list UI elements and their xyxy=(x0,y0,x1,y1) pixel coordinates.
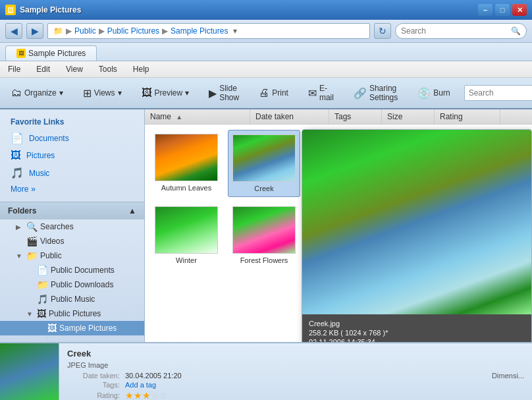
slideshow-button[interactable]: ▶ Slide Show xyxy=(203,80,245,105)
sidebar-link-pictures[interactable]: 🖼 Pictures xyxy=(0,147,144,164)
views-arrow: ▾ xyxy=(118,88,122,98)
preview-popup: Creek.jpg 258.2 KB ( 1024 x 768 )* 02.11… xyxy=(302,129,532,342)
preview-icon: 🖼 xyxy=(142,87,152,99)
views-icon: ⊞ xyxy=(83,87,92,100)
menu-file[interactable]: File xyxy=(5,63,23,75)
forward-button[interactable]: ▶ xyxy=(26,23,43,39)
folders-header[interactable]: Folders ▲ xyxy=(0,202,144,219)
tree-item-public-downloads[interactable]: 📁 Public Downloads xyxy=(0,277,144,292)
tree-item-public-music[interactable]: 🎵 Public Music xyxy=(0,292,144,306)
refresh-button[interactable]: ↻ xyxy=(374,23,391,39)
email-icon: ✉ xyxy=(308,87,317,100)
email-button[interactable]: ✉ E-mail xyxy=(302,80,340,105)
maximize-button[interactable]: □ xyxy=(495,4,510,16)
tree-label-sample-pictures: Sample Pictures xyxy=(59,324,117,333)
preview-size: 258.2 KB ( 1024 x 768 )* xyxy=(309,329,525,337)
column-size[interactable]: Size xyxy=(382,109,435,124)
sidebar-link-music-label: Music xyxy=(29,169,49,178)
sharing-button[interactable]: 🔗 Sharing Settings xyxy=(348,80,404,105)
thumb-forest-flowers xyxy=(232,206,296,254)
sidebar-link-music[interactable]: 🎵 Music xyxy=(0,164,144,182)
sample-pics-icon: 🖼 xyxy=(47,323,57,333)
file-item-autumn-leaves[interactable]: Autumn Leaves xyxy=(150,130,223,197)
tree-item-public[interactable]: ▼ 📁 Public xyxy=(0,248,144,263)
menu-view[interactable]: View xyxy=(63,63,86,75)
tree-item-searches[interactable]: ▶ 🔍 Searches xyxy=(0,219,144,234)
sidebar-more-link[interactable]: More » xyxy=(0,182,144,196)
menu-help[interactable]: Help xyxy=(130,63,152,75)
public-icon: 📁 xyxy=(26,250,38,261)
tree-label-public-documents: Public Documents xyxy=(51,266,115,275)
star-5[interactable]: ☆ xyxy=(159,390,168,400)
tree-item-public-documents[interactable]: 📄 Public Documents xyxy=(0,263,144,277)
sidebar-link-documents[interactable]: 📄 Documents xyxy=(0,129,144,147)
column-tags[interactable]: Tags xyxy=(329,109,382,124)
star-1[interactable]: ★ xyxy=(125,390,134,400)
file-item-creek[interactable]: Creek xyxy=(228,130,300,197)
address-search-input[interactable] xyxy=(401,26,511,36)
info-type: JPEG Image xyxy=(67,361,524,369)
title-bar: 🖼 Sample Pictures – □ ✕ xyxy=(0,0,532,20)
videos-icon: 🎬 xyxy=(26,236,38,246)
tags-label: Tags: xyxy=(67,381,120,389)
tree-item-videos[interactable]: 🎬 Videos xyxy=(0,234,144,248)
tree-item-sample-pictures[interactable]: 🖼 Sample Pictures xyxy=(0,321,144,335)
address-bar: ◀ ▶ 📁 ▶ Public ▶ Public Pictures ▶ Sampl… xyxy=(0,20,532,43)
favorite-links-title: Favorite Links xyxy=(0,115,144,129)
file-label-autumn-leaves: Autumn Leaves xyxy=(161,184,211,192)
tags-value[interactable]: Add a tag xyxy=(125,381,156,389)
toolbar: 🗂 Organize ▾ ⊞ Views ▾ 🖼 Preview ▾ ▶ Sli… xyxy=(0,78,532,109)
tree-item-public-pictures[interactable]: ▼ 🖼 Public Pictures xyxy=(0,306,144,321)
tree-label-searches: Searches xyxy=(40,222,74,231)
file-item-forest-flowers[interactable]: Forest Flowers xyxy=(228,202,300,268)
file-item-winter[interactable]: Winter xyxy=(150,202,223,268)
title-bar-left: 🖼 Sample Pictures xyxy=(5,5,81,15)
slideshow-label: Slide Show xyxy=(219,84,239,102)
app-icon: 🖼 xyxy=(5,5,16,15)
preview-button[interactable]: 🖼 Preview ▾ xyxy=(136,84,196,102)
tab-icon: 🖼 xyxy=(16,49,26,58)
file-pane: Name ▲ Date taken Tags Size Rating xyxy=(145,109,532,342)
tree-label-public: Public xyxy=(40,251,62,260)
address-search-bar[interactable]: 🔍 xyxy=(395,23,527,39)
tree-item-public-videos[interactable]: 🎬 Public Videos xyxy=(0,335,144,338)
tab-sample-pictures[interactable]: 🖼 Sample Pictures xyxy=(5,45,97,61)
views-button[interactable]: ⊞ Views ▾ xyxy=(77,84,128,103)
back-button[interactable]: ◀ xyxy=(5,23,22,39)
close-button[interactable]: ✕ xyxy=(512,4,527,16)
print-icon: 🖨 xyxy=(259,87,269,99)
window-title: Sample Pictures xyxy=(20,5,81,14)
organize-icon: 🗂 xyxy=(11,87,22,99)
searches-expander: ▶ xyxy=(16,223,24,231)
menu-tools[interactable]: Tools xyxy=(96,63,120,75)
column-name[interactable]: Name ▲ xyxy=(145,109,250,124)
star-4[interactable]: ☆ xyxy=(151,390,159,400)
preview-date: 02.11.2006 14:35:34 xyxy=(309,338,525,342)
menu-edit[interactable]: Edit xyxy=(34,63,53,75)
burn-button[interactable]: 💿 Burn xyxy=(412,84,456,103)
address-dropdown-arrow[interactable]: ▾ xyxy=(233,26,237,36)
toolbar-search-input[interactable] xyxy=(469,88,532,98)
music-icon: 🎵 xyxy=(11,167,24,179)
pictures-icon: 🖼 xyxy=(11,150,21,161)
info-thumbnail xyxy=(0,343,59,400)
toolbar-search-bar[interactable] xyxy=(464,85,532,101)
info-details: Creek JPEG Image Date taken: 30.04.2005 … xyxy=(59,343,532,400)
folders-collapse-icon: ▲ xyxy=(128,206,136,215)
sharing-icon: 🔗 xyxy=(354,87,367,100)
column-date-taken[interactable]: Date taken xyxy=(250,109,329,124)
star-2[interactable]: ★ xyxy=(134,390,142,400)
star-3[interactable]: ★ xyxy=(142,390,151,400)
path-public-pictures[interactable]: Public Pictures xyxy=(107,26,159,36)
column-rating[interactable]: Rating xyxy=(435,109,500,124)
burn-label: Burn xyxy=(433,88,450,98)
minimize-button[interactable]: – xyxy=(478,4,492,16)
print-button[interactable]: 🖨 Print xyxy=(253,84,294,102)
search-icon: 🔍 xyxy=(511,26,521,36)
organize-button[interactable]: 🗂 Organize ▾ xyxy=(5,84,69,102)
preview-arrow: ▾ xyxy=(185,88,189,98)
path-public[interactable]: Public xyxy=(74,26,96,36)
preview-label: Preview xyxy=(155,88,183,98)
dimension-label: Dimensi... xyxy=(492,372,524,380)
path-sample-pictures[interactable]: Sample Pictures xyxy=(171,26,228,36)
